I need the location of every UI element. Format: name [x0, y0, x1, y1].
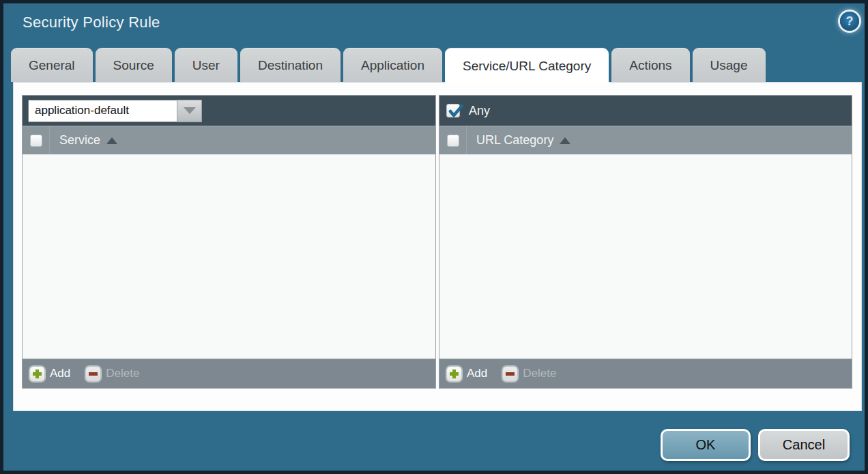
service-column-header[interactable]: Service — [50, 126, 117, 154]
service-list[interactable] — [23, 154, 435, 359]
service-type-input[interactable] — [28, 100, 177, 122]
help-icon-glyph: ? — [846, 14, 854, 29]
any-checkbox[interactable] — [446, 104, 460, 117]
tab-label: Usage — [710, 58, 748, 73]
tab-bar: General Source User Destination Applicat… — [11, 48, 766, 82]
ok-button[interactable]: OK — [661, 429, 751, 461]
delete-label: Delete — [106, 367, 139, 380]
service-select-all-cell — [23, 126, 50, 154]
tab-label: Application — [361, 58, 424, 73]
url-category-panel-footer: Add Delete — [439, 359, 852, 388]
plus-icon — [29, 366, 45, 382]
tab-application[interactable]: Application — [343, 48, 442, 82]
sort-ascending-icon — [560, 137, 570, 144]
service-select-all-checkbox[interactable] — [30, 135, 42, 147]
add-label: Add — [50, 367, 70, 380]
url-category-column-header[interactable]: URL Category — [467, 126, 570, 154]
add-label: Add — [467, 367, 487, 380]
service-panel: Service Add Delete — [22, 95, 436, 389]
url-category-add-button[interactable]: Add — [446, 366, 487, 382]
plus-icon — [446, 366, 462, 382]
url-category-panel-header: Any — [439, 96, 852, 126]
security-policy-rule-dialog: Security Policy Rule ? General Source Us… — [0, 0, 868, 474]
tab-actions[interactable]: Actions — [611, 48, 689, 82]
tab-label: Destination — [258, 58, 323, 73]
tab-service-url-category[interactable]: Service/URL Category — [445, 48, 609, 83]
service-delete-button[interactable]: Delete — [85, 366, 139, 382]
service-panel-footer: Add Delete — [23, 359, 435, 388]
delete-label: Delete — [523, 367, 556, 380]
any-label: Any — [469, 104, 490, 118]
tab-destination[interactable]: Destination — [240, 48, 341, 82]
sort-ascending-icon — [106, 137, 117, 144]
url-category-select-all-cell — [439, 126, 467, 154]
service-column-header-row: Service — [23, 126, 435, 154]
service-column-label: Service — [59, 133, 100, 148]
tab-source[interactable]: Source — [96, 48, 172, 82]
service-type-dropdown-button[interactable] — [177, 100, 202, 122]
service-panel-header — [23, 96, 435, 126]
checkmark-icon — [448, 104, 464, 120]
tab-label: Source — [113, 58, 154, 73]
any-row: Any — [446, 104, 490, 118]
url-category-list[interactable] — [439, 154, 852, 359]
url-category-column-header-row: URL Category — [439, 126, 852, 154]
url-category-select-all-checkbox[interactable] — [447, 135, 459, 147]
tab-label: User — [192, 58, 220, 73]
tab-user[interactable]: User — [175, 48, 237, 82]
service-add-button[interactable]: Add — [29, 366, 70, 382]
chevron-down-icon — [184, 107, 196, 114]
tab-general[interactable]: General — [11, 48, 93, 82]
tab-label: Actions — [629, 58, 671, 73]
tab-label: General — [29, 58, 75, 73]
url-category-column-label: URL Category — [476, 133, 553, 148]
dialog-title: Security Policy Rule — [23, 14, 160, 31]
tab-label: Service/URL Category — [463, 59, 591, 74]
service-type-dropdown — [28, 100, 202, 122]
tab-content-service-url-category: Service Add Delete — [13, 82, 862, 411]
tab-usage[interactable]: Usage — [693, 48, 766, 82]
cancel-button[interactable]: Cancel — [758, 429, 850, 461]
url-category-panel: Any URL Category Add — [439, 95, 852, 389]
minus-icon — [502, 366, 518, 382]
minus-icon — [85, 366, 101, 382]
help-icon[interactable]: ? — [840, 12, 859, 31]
url-category-delete-button[interactable]: Delete — [502, 366, 556, 382]
